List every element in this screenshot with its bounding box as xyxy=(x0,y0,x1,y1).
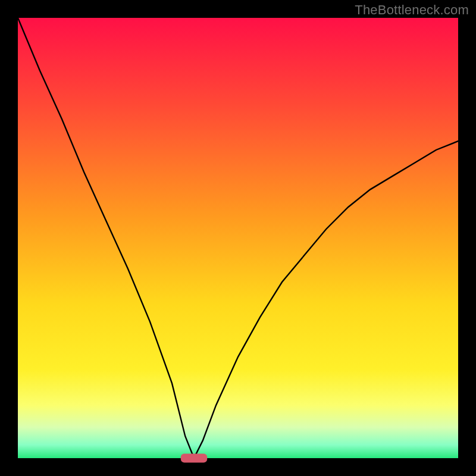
bottleneck-chart xyxy=(0,0,476,476)
chart-frame: TheBottleneck.com xyxy=(0,0,476,476)
watermark-text: TheBottleneck.com xyxy=(355,2,469,18)
plot-background xyxy=(18,18,458,458)
min-marker xyxy=(181,454,207,463)
